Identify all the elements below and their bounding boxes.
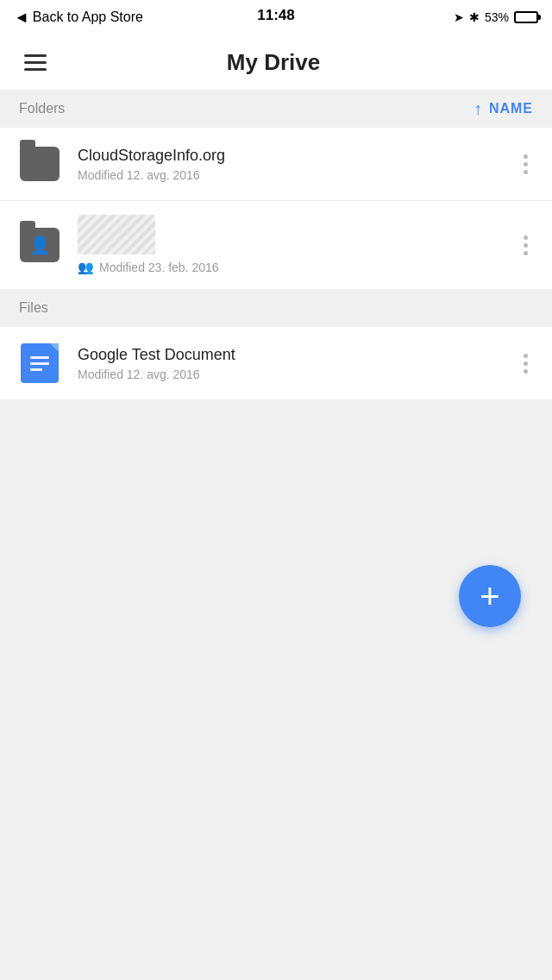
files-section-header: Files <box>0 289 552 327</box>
menu-button[interactable] <box>17 47 53 78</box>
thumbnail-preview <box>78 215 155 254</box>
folders-label: Folders <box>19 101 65 116</box>
item-meta: Modified 12. avg. 2016 <box>78 368 517 381</box>
status-time: 11:48 <box>257 7 294 24</box>
back-chevron-icon: ◄ <box>14 9 29 27</box>
folder-icon <box>20 147 60 181</box>
item-more-button[interactable] <box>517 229 535 262</box>
item-more-button[interactable] <box>517 148 535 181</box>
folder-shared-icon-container: 👤 <box>17 223 62 267</box>
item-text: Google Test Document Modified 12. avg. 2… <box>78 346 517 381</box>
hamburger-icon <box>24 54 47 71</box>
bottom-empty-area: + <box>0 399 552 675</box>
item-meta: 👥 Modified 23. feb. 2016 <box>78 260 517 275</box>
battery-percent: 53% <box>485 10 509 24</box>
top-nav: My Drive <box>0 35 552 90</box>
fab-add-button[interactable]: + <box>459 565 521 627</box>
sort-controls[interactable]: ↑ NAME <box>474 99 533 119</box>
files-list: Google Test Document Modified 12. avg. 2… <box>0 327 552 399</box>
folders-list: CloudStorageInfo.org Modified 12. avg. 2… <box>0 128 552 289</box>
page-title: My Drive <box>64 49 483 76</box>
files-label: Files <box>19 300 48 316</box>
folder-icon-container <box>17 141 62 186</box>
status-bar: ◄ Back to App Store 11:48 ➤ ✱ 53% <box>0 0 552 35</box>
item-name: Google Test Document <box>78 346 405 364</box>
folders-section-header: Folders ↑ NAME <box>0 90 552 128</box>
doc-icon-container <box>17 341 62 386</box>
item-modified: Modified 23. feb. 2016 <box>99 261 219 274</box>
shared-people-icon: 👥 <box>78 260 94 275</box>
item-modified: Modified 12. avg. 2016 <box>78 168 200 182</box>
sort-arrow-icon: ↑ <box>474 99 482 119</box>
item-name: CloudStorageInfo.org <box>78 147 405 165</box>
list-item[interactable]: CloudStorageInfo.org Modified 12. avg. 2… <box>0 128 552 200</box>
item-text: CloudStorageInfo.org Modified 12. avg. 2… <box>78 147 517 182</box>
item-meta: Modified 12. avg. 2016 <box>78 168 517 182</box>
more-options-button[interactable] <box>521 55 535 69</box>
grid-view-button[interactable] <box>507 55 521 69</box>
battery-icon <box>514 11 538 23</box>
item-more-button[interactable] <box>517 347 535 380</box>
bluetooth-icon: ✱ <box>469 10 480 24</box>
person-icon: 👤 <box>29 235 51 255</box>
status-icons: ➤ ✱ 53% <box>454 10 538 24</box>
status-back[interactable]: ◄ Back to App Store <box>14 9 143 27</box>
location-icon: ➤ <box>454 10 464 24</box>
folder-shared-icon: 👤 <box>20 228 60 262</box>
list-item[interactable]: 👤 👥 Modified 23. feb. 2016 <box>0 200 552 289</box>
item-modified: Modified 12. avg. 2016 <box>78 368 200 381</box>
item-text: 👥 Modified 23. feb. 2016 <box>78 215 517 275</box>
fab-plus-icon: + <box>480 579 499 613</box>
back-to-app-store-label: Back to App Store <box>33 9 143 25</box>
list-item[interactable]: Google Test Document Modified 12. avg. 2… <box>0 327 552 399</box>
sort-name-label: NAME <box>489 101 533 116</box>
search-button[interactable] <box>493 55 507 69</box>
doc-lines <box>25 353 54 374</box>
document-icon <box>21 343 59 383</box>
